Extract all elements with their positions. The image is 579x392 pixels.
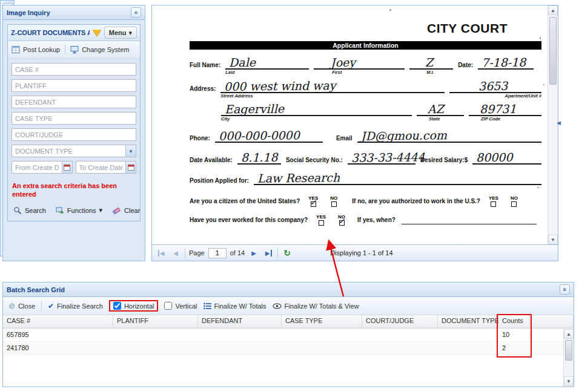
calendar-glyph-icon — [128, 164, 134, 171]
scroll-up-icon[interactable]: ▲ — [548, 5, 558, 15]
batch-grid-header: Batch Search Grid » — [3, 283, 574, 297]
column-header-plantiff[interactable]: PLANTIFF — [113, 315, 198, 328]
horizontal-checkbox[interactable] — [113, 302, 121, 310]
finalize-search-button[interactable]: ✔ Finalize Search — [48, 302, 103, 310]
vertical-checkbox[interactable] — [164, 302, 172, 310]
calendar-icon[interactable] — [62, 161, 73, 174]
scroll-down-icon[interactable]: ▼ — [564, 376, 574, 386]
refresh-icon[interactable]: ↻ — [282, 247, 293, 258]
clear-button-label: Clear — [124, 207, 140, 214]
batch-grid-title: Batch Search Grid — [7, 286, 65, 293]
post-lookup-button[interactable]: Post Lookup — [12, 45, 60, 54]
zcourt-documents-title: Z-COURT DOCUMENTS A... — [11, 29, 90, 36]
checkbox-empty-icon — [319, 220, 324, 226]
table-row[interactable]: 241780 2 — [3, 342, 574, 355]
email-label: Email — [336, 135, 352, 142]
search-button-label: Search — [25, 207, 46, 214]
panel-resize-handle-icon[interactable]: ◀ — [557, 120, 561, 126]
pager-status: Displaying 1 - 1 of 14 — [330, 249, 392, 256]
finalize-totals-button[interactable]: Finalize W/ Totals — [203, 302, 266, 310]
column-header-document-type[interactable]: DOCUMENT TYPE — [438, 315, 498, 328]
close-button[interactable]: ⊘ Close — [8, 301, 35, 310]
salary-value: 80000 — [476, 152, 513, 164]
grid-scrollbar[interactable]: ▲ ▼ — [563, 329, 574, 386]
list-icon — [203, 302, 211, 310]
finalize-totals-label: Finalize W/ Totals — [214, 302, 266, 310]
scroll-down-icon[interactable]: ▼ — [548, 235, 558, 244]
case-number-field[interactable] — [12, 63, 136, 76]
position-value: Law Research — [257, 172, 340, 184]
column-header-case-number[interactable]: CASE # — [3, 315, 113, 328]
vertical-checkbox-item[interactable]: Vertical — [164, 302, 197, 310]
city-sublabel: City — [221, 116, 412, 122]
page-number-input[interactable] — [208, 248, 227, 258]
collapse-down-icon[interactable]: » — [560, 284, 570, 295]
cell-court-judge — [362, 342, 438, 354]
citizen-no-option: NO — [326, 195, 341, 207]
horizontal-checkbox-item[interactable]: Horizontal — [113, 302, 154, 310]
calendar-icon[interactable] — [125, 161, 136, 174]
to-create-date-field[interactable] — [76, 161, 126, 174]
from-create-date-field[interactable] — [12, 161, 62, 174]
worked-no-option: NO ✓ — [334, 214, 349, 226]
next-page-button[interactable]: ▶ — [248, 247, 259, 258]
scan-noise — [537, 187, 539, 188]
last-page-icon: ▶ — [265, 250, 272, 256]
mi-value: Z — [425, 57, 433, 68]
combo-dropdown-icon[interactable]: ▾ — [125, 145, 136, 157]
first-page-icon: ◀ — [158, 250, 165, 256]
email-field: JD@gmou.com — [357, 128, 541, 148]
column-header-defendant[interactable]: DEFENDANT — [198, 315, 282, 328]
collapse-left-icon[interactable]: « — [131, 7, 141, 18]
functions-button-label: Functions — [67, 207, 96, 214]
search-button[interactable]: Search — [13, 206, 46, 215]
finalize-totals-view-button[interactable]: Finalize W/ Totals & View — [273, 302, 359, 310]
first-page-button[interactable]: ◀ — [156, 247, 167, 258]
column-header-case-type[interactable]: CASE TYPE — [282, 315, 362, 328]
mi-sublabel: M.I. — [409, 70, 453, 75]
checkbox-empty-icon — [491, 201, 496, 207]
warning-triangle-icon — [93, 30, 101, 36]
document-type-field[interactable] — [12, 145, 125, 157]
defendant-field[interactable] — [12, 96, 136, 108]
column-header-court-judge[interactable]: COURT/JUDGE — [362, 315, 438, 328]
page-count-label: of 14 — [230, 249, 245, 256]
citizen-yes-option: YES ✓ — [306, 195, 320, 207]
chevron-down-icon: ▾ — [99, 206, 103, 214]
toolbar-separator — [65, 45, 65, 54]
position-sublabel — [254, 185, 541, 191]
grid-scrollbar-thumb[interactable] — [565, 340, 572, 361]
email-sublabel — [357, 143, 541, 148]
phone-value: 000-000-0000 — [219, 129, 300, 142]
functions-button[interactable]: Functions ▾ — [56, 206, 102, 215]
viewer-scrollbar-thumb[interactable] — [549, 17, 557, 85]
case-type-field[interactable] — [12, 112, 136, 125]
position-field: Law Research — [254, 170, 541, 191]
last-sublabel: Last — [225, 70, 309, 75]
checkbox-checked-icon: ✓ — [311, 201, 316, 207]
yes-caption: YES — [489, 195, 498, 201]
from-date-combo — [12, 161, 73, 174]
menu-button[interactable]: Menu ▾ — [104, 27, 137, 39]
state-sublabel: State — [417, 116, 464, 122]
worked-question-row: Have you ever worked for this company? Y… — [190, 214, 541, 226]
table-row[interactable]: 657895 10 — [3, 328, 574, 342]
last-page-button[interactable]: ▶ — [263, 247, 274, 258]
document-viewer-panel: CITY COURT Applicant Information Full Na… — [151, 5, 558, 261]
apartment-sublabel: Apartment/Unit # — [449, 93, 541, 99]
court-judge-field[interactable] — [12, 128, 136, 141]
plantiff-field[interactable] — [12, 79, 136, 92]
ssn-value: 333-33-4444 — [351, 151, 425, 163]
page-label: Page — [189, 249, 205, 256]
change-system-button[interactable]: Change System — [70, 45, 129, 54]
clear-button[interactable]: Clear — [112, 206, 140, 215]
date-available-field: 8.1.18 — [237, 149, 281, 170]
date-label: Date: — [458, 62, 473, 68]
batch-grid-toolbar: ⊘ Close ✔ Finalize Search Horizontal Ver… — [3, 297, 574, 315]
scroll-up-icon[interactable]: ▲ — [564, 329, 574, 339]
vertical-label: Vertical — [175, 302, 197, 310]
column-header-counts[interactable]: Counts — [498, 315, 530, 328]
calendar-glyph-icon — [64, 164, 70, 171]
previous-page-button[interactable]: ◀ — [170, 247, 181, 258]
change-system-icon — [70, 45, 79, 54]
